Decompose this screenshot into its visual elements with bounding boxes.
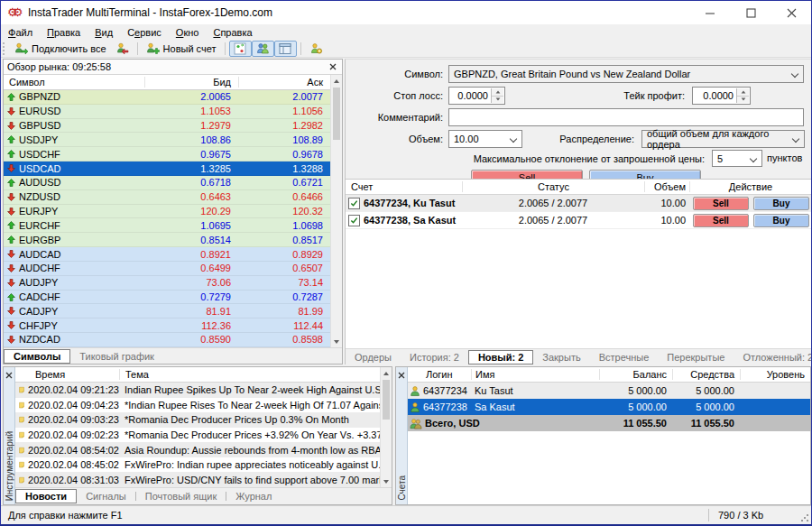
market-watch-row[interactable]: USDJPY108.86108.89 [4,133,330,147]
market-watch-row[interactable]: EURJPY120.29120.32 [4,205,330,219]
account-checkbox[interactable] [348,215,360,226]
market-watch-row[interactable]: AUDCHF0.64990.6507 [4,262,330,276]
take-profit-spinner[interactable] [736,88,749,103]
scroll-up-icon[interactable] [331,75,342,87]
market-watch-row[interactable]: NZDCAD0.85900.8598 [4,333,330,347]
row-sell-button[interactable]: Sell [693,197,749,210]
take-profit-input[interactable]: 0.0000 [692,87,751,105]
market-watch-scrollbar[interactable] [330,75,342,347]
market-watch-row[interactable]: AUDCAD0.89210.8929 [4,247,330,262]
column-account[interactable]: Счет [346,181,462,192]
news-scrollbar[interactable] [380,367,392,487]
spinner-up-icon[interactable] [495,90,500,93]
minimize-button[interactable] [689,1,730,24]
toolbox-tab-3[interactable]: Почтовый ящик [136,490,226,503]
market-watch-row[interactable]: GBPNZD2.00652.0077 [4,90,330,105]
symbol-select[interactable]: GBPNZD, Great Britain Pound vs New Zeala… [448,65,804,83]
menu-item-3[interactable]: Вид [88,26,120,39]
menu-item-6[interactable]: Справка [206,26,259,39]
account-summary-row[interactable]: 64377234Ku Tasut5 000.005 000.00 [408,383,810,399]
market-watch-row[interactable]: AUDUSD0.67180.6721 [4,176,330,190]
news-row[interactable]: 2020.02.04 09:21:23Indian Rupee Spikes U… [15,383,380,398]
order-tab-7[interactable]: Отложенный: 2 [734,351,811,364]
column-time[interactable]: Время [15,369,119,380]
order-tab-3[interactable]: Новый: 2 [468,350,533,365]
column-name[interactable]: Имя [471,369,599,380]
market-watch-toggle-button[interactable] [229,41,252,57]
spinner-down-icon[interactable] [741,98,745,101]
connect-all-button[interactable]: Подключить все [10,41,111,57]
column-action[interactable]: Действие [689,181,811,192]
column-topic[interactable]: Тема [119,369,380,380]
scroll-up-icon[interactable] [381,367,392,379]
market-watch-row[interactable]: NZDUSD0.64630.6466 [4,190,330,205]
market-watch-row[interactable]: EURGBP0.85140.8517 [4,233,330,247]
news-row[interactable]: 2020.02.04 09:03:23*Romania Dec Producer… [15,412,380,428]
menu-item-2[interactable]: Правка [40,26,88,39]
scroll-down-icon[interactable] [331,336,342,347]
tab-2[interactable]: Тиковый график [70,350,163,363]
order-account-row[interactable]: 64377238, Sa Kasut2.0065 / 2.007710.00Se… [346,212,811,229]
column-symbol[interactable]: Символ [4,77,144,88]
menu-item-4[interactable]: Сервис [120,26,169,39]
market-watch-row[interactable]: CADCHF0.72790.7287 [4,291,330,305]
order-tab-5[interactable]: Встречные [590,351,659,364]
stop-loss-input[interactable]: 0.0000 [448,87,505,105]
menu-item-1[interactable]: Файл [1,26,40,39]
spinner-down-icon[interactable] [495,98,500,101]
distribution-select[interactable]: общий объем для каждого ордера [641,130,805,148]
market-watch-row[interactable]: EURCHF1.06951.0698 [4,218,330,233]
expert-settings-button[interactable] [305,41,328,57]
scroll-thumb[interactable] [383,380,390,420]
news-row[interactable]: 2020.02.04 08:54:02Asia Roundup: Aussie … [15,442,380,457]
accounts-column-header[interactable]: Логин Имя Баланс Средства Уровень [408,367,810,383]
volume-select[interactable]: 10.00 [448,130,522,148]
column-bid[interactable]: Бид [144,77,238,88]
market-watch-row[interactable]: GBPUSD1.29791.2982 [4,119,330,134]
column-ask[interactable]: Аск [238,77,330,88]
column-level[interactable]: Уровень [740,369,810,380]
toolbox-close-icon[interactable] [5,369,13,382]
news-row[interactable]: 2020.02.04 09:02:23*Romania Dec Producer… [15,428,380,443]
row-buy-button[interactable]: Buy [753,197,809,210]
accounts-toggle-button[interactable] [252,41,274,57]
resize-grip[interactable] [800,513,809,522]
tab-1[interactable]: Символы [4,349,70,364]
spinner-up-icon[interactable] [741,90,745,93]
account-checkbox[interactable] [348,198,360,209]
row-sell-button[interactable]: Sell [693,214,749,227]
market-watch-row[interactable]: USDCHF0.96750.9678 [4,147,330,161]
maximize-button[interactable] [730,1,770,24]
new-account-button[interactable]: Новый счет [142,41,221,57]
deviation-select[interactable]: 5 [712,150,762,167]
column-login[interactable]: Логин [408,369,471,380]
layout-toggle-button[interactable] [274,41,297,57]
market-watch-close-icon[interactable] [328,61,338,72]
order-tab-4[interactable]: Закрыть [533,351,589,364]
comment-input[interactable] [448,108,804,126]
order-tab-2[interactable]: История: 2 [401,351,468,364]
toolbox-tab-1[interactable]: Новости [15,489,77,503]
market-watch-row[interactable]: CADJPY81.9181.99 [4,304,330,318]
news-column-header[interactable]: Время Тема [15,367,380,383]
order-tab-6[interactable]: Перекрытые [658,351,734,364]
market-watch-row[interactable]: AUDJPY73.0673.14 [4,276,330,291]
close-button[interactable] [770,1,811,24]
toolbox-tab-4[interactable]: Журнал [226,490,281,503]
toolbar-grip[interactable] [3,42,6,55]
market-watch-row[interactable]: USDCAD1.32851.3288 [4,161,330,176]
column-balance[interactable]: Баланс [599,369,672,380]
column-equity[interactable]: Средства [672,369,740,380]
accounts-close-icon[interactable] [398,369,405,382]
toolbox-tab-2[interactable]: Сигналы [77,490,135,503]
scroll-thumb[interactable] [333,88,340,140]
news-row[interactable]: 2020.02.04 08:31:03FxWirePro: USD/CNY fa… [15,472,380,487]
stop-loss-spinner[interactable] [491,88,503,103]
order-accounts-header[interactable]: Счет Статус Объем Действие [346,180,811,195]
order-tab-1[interactable]: Ордеры [346,351,401,364]
column-volume[interactable]: Объем [644,181,689,192]
order-account-row[interactable]: 64377234, Ku Tasut2.0065 / 2.007710.00Se… [346,195,811,212]
disconnect-all-button[interactable] [111,41,134,57]
market-watch-row[interactable]: CHFJPY112.36112.44 [4,318,330,333]
menu-item-5[interactable]: Окно [169,26,207,39]
